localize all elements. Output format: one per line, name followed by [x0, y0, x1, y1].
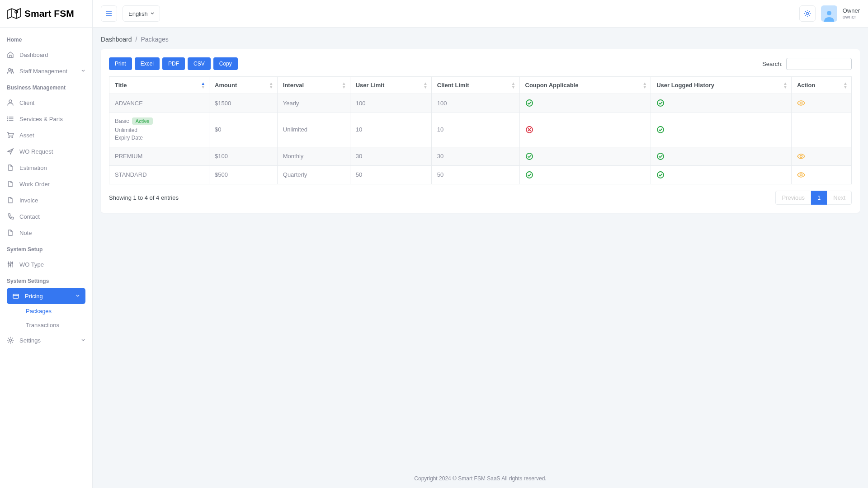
gear-icon	[7, 337, 14, 344]
breadcrumb-sep: /	[136, 36, 137, 43]
avatar[interactable]	[821, 5, 837, 22]
col-interval[interactable]: Interval▲▼	[277, 77, 350, 94]
cell-action[interactable]	[791, 165, 851, 184]
chevron-down-icon	[75, 294, 80, 298]
svg-point-25	[827, 11, 831, 15]
svg-point-9	[8, 121, 8, 121]
cell-interval: Monthly	[277, 147, 350, 165]
sidebar-item-estimation[interactable]: Estimation	[0, 160, 92, 176]
cell-action[interactable]	[791, 94, 851, 113]
settings-button[interactable]	[799, 5, 816, 22]
page-1-button[interactable]: 1	[811, 191, 827, 205]
svg-point-30	[657, 127, 664, 133]
nav-label: Work Order	[19, 181, 50, 188]
cell-client-limit: 50	[431, 165, 519, 184]
breadcrumb-root[interactable]: Dashboard	[101, 36, 132, 43]
sidebar-item-asset[interactable]: Asset	[0, 127, 92, 143]
copy-button[interactable]: Copy	[213, 57, 238, 70]
col-action[interactable]: Action▲▼	[791, 77, 851, 94]
sidebar-subitem-packages[interactable]: Packages	[19, 304, 92, 318]
sidebar-item-wo-type[interactable]: WO Type	[0, 256, 92, 272]
col-client-limit[interactable]: Client Limit▲▼	[431, 77, 519, 94]
print-button[interactable]: Print	[109, 57, 132, 70]
cell-interval: Yearly	[277, 94, 350, 113]
col-coupon-applicable[interactable]: Coupon Applicable▲▼	[519, 77, 651, 94]
pagination: Previous 1 Next	[775, 191, 852, 205]
svg-point-17	[12, 263, 13, 264]
search-input[interactable]	[786, 58, 852, 70]
menu-toggle-button[interactable]	[101, 5, 117, 22]
prev-button[interactable]: Previous	[775, 191, 811, 205]
language-dropdown[interactable]: English	[123, 5, 160, 22]
nav-label: Estimation	[19, 164, 47, 171]
nav-label: Staff Management	[19, 68, 67, 75]
sidebar-item-contact[interactable]: Contact	[0, 208, 92, 225]
cell-user-limit: 10	[350, 113, 431, 147]
svg-point-36	[800, 174, 802, 176]
nav-label: Contact	[19, 213, 40, 220]
logo[interactable]: Smart FSM	[0, 0, 92, 28]
pkg-title: Basic	[115, 117, 129, 124]
topbar: English Owner owner	[93, 0, 868, 28]
language-label: English	[128, 10, 148, 17]
next-button[interactable]: Next	[827, 191, 852, 205]
cell-coupon	[519, 113, 651, 147]
col-user-limit[interactable]: User Limit▲▼	[350, 77, 431, 94]
excel-button[interactable]: Excel	[135, 57, 160, 70]
check-circle-icon	[656, 171, 665, 179]
table-row: BasicActiveUnlimitedExpiry Date$0Unlimit…	[109, 113, 852, 147]
nav-label: Invoice	[19, 197, 38, 204]
cell-user-limit: 50	[350, 165, 431, 184]
sidebar-item-services-parts[interactable]: Services & Parts	[0, 111, 92, 127]
sidebar-item-dashboard[interactable]: Dashboard	[0, 47, 92, 63]
packages-table: Title▲▼Amount▲▼Interval▲▼User Limit▲▼Cli…	[109, 76, 852, 184]
cell-history	[651, 113, 792, 147]
svg-point-27	[657, 100, 664, 106]
cell-action[interactable]	[791, 113, 851, 147]
svg-point-35	[657, 172, 664, 178]
sidebar-item-invoice[interactable]: Invoice	[0, 192, 92, 208]
col-user-logged-history[interactable]: User Logged History▲▼	[651, 77, 792, 94]
breadcrumb-leaf: Packages	[141, 36, 168, 43]
sidebar-item-work-order[interactable]: Work Order	[0, 176, 92, 192]
pkg-subtext: UnlimitedExpiry Date	[115, 127, 203, 142]
person-icon	[822, 8, 836, 22]
col-amount[interactable]: Amount▲▼	[209, 77, 278, 94]
x-circle-icon	[525, 126, 533, 134]
nav-header: Business Management	[0, 79, 92, 94]
nav-label: WO Request	[19, 148, 53, 155]
csv-button[interactable]: CSV	[188, 57, 211, 70]
sort-icon: ▲▼	[843, 82, 848, 89]
cell-user-limit: 30	[350, 147, 431, 165]
col-title[interactable]: Title▲▼	[109, 77, 209, 94]
sidebar-item-note[interactable]: Note	[0, 225, 92, 241]
packages-card: PrintExcelPDFCSVCopy Search: Title▲▼Amou…	[101, 49, 860, 213]
cell-coupon	[519, 165, 651, 184]
svg-point-1	[9, 69, 11, 71]
table-row: STANDARD$500Quarterly5050	[109, 165, 852, 184]
sidebar-subitem-transactions[interactable]: Transactions	[19, 318, 92, 332]
home-icon	[7, 51, 14, 58]
sidebar-item-wo-request[interactable]: WO Request	[0, 143, 92, 160]
chevron-down-icon	[151, 12, 154, 15]
nav-label: Dashboard	[19, 52, 48, 58]
sort-icon: ▲▼	[511, 82, 516, 89]
cell-history	[651, 147, 792, 165]
toolbar: PrintExcelPDFCSVCopy Search:	[109, 57, 852, 70]
sidebar-item-client[interactable]: Client	[0, 94, 92, 111]
check-circle-icon	[656, 126, 665, 134]
sidebar-item-settings[interactable]: Settings	[0, 332, 92, 348]
svg-point-10	[9, 137, 9, 138]
gear-icon	[804, 10, 811, 17]
user-icon	[7, 99, 14, 106]
cell-coupon	[519, 94, 651, 113]
card-icon	[12, 292, 19, 300]
cell-user-limit: 100	[350, 94, 431, 113]
sidebar-item-staff-management[interactable]: Staff Management	[0, 63, 92, 79]
user-info[interactable]: Owner owner	[843, 7, 860, 20]
pdf-button[interactable]: PDF	[162, 57, 185, 70]
cell-action[interactable]	[791, 147, 851, 165]
svg-point-33	[800, 155, 802, 157]
sidebar-item-pricing[interactable]: Pricing	[7, 288, 85, 304]
phone-icon	[7, 213, 14, 220]
